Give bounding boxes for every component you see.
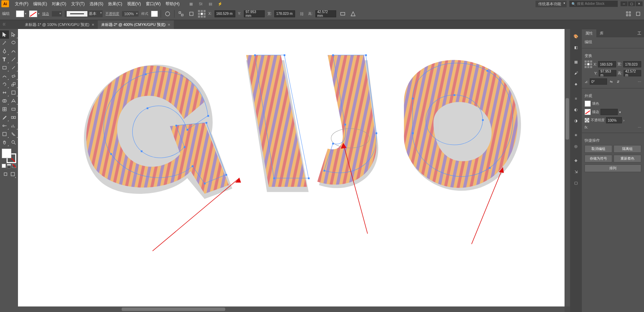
variable-width-profile[interactable]: 基本 bbox=[65, 10, 103, 17]
graphic-styles-icon[interactable]: ◎ bbox=[572, 142, 580, 150]
window-minimize[interactable]: ─ bbox=[621, 1, 627, 6]
window-close[interactable]: ✕ bbox=[636, 1, 643, 6]
more-options-icon[interactable]: ⋯ bbox=[638, 80, 641, 84]
fill-stroke-indicator[interactable] bbox=[2, 149, 16, 163]
menu-edit[interactable]: 编辑(E) bbox=[31, 1, 49, 7]
screen-mode[interactable] bbox=[9, 170, 16, 178]
scroll-thumb[interactable] bbox=[566, 98, 569, 140]
constrain-proportions-icon[interactable]: ⛓ bbox=[298, 10, 305, 18]
column-graph-tool[interactable] bbox=[9, 122, 18, 130]
perspective-grid-tool[interactable] bbox=[9, 97, 18, 105]
panel-more-icon[interactable]: 工 bbox=[635, 29, 644, 37]
hand-tool[interactable] bbox=[0, 138, 9, 146]
btn-ungroup[interactable]: 取消编组 bbox=[585, 145, 612, 153]
stroke-panel-icon[interactable]: ≡ bbox=[572, 95, 580, 102]
fill-indicator[interactable] bbox=[2, 149, 11, 158]
eraser-tool[interactable] bbox=[9, 72, 18, 80]
type-tool[interactable]: T bbox=[0, 55, 9, 64]
stroke-dropdown-icon[interactable]: ▾ bbox=[38, 12, 39, 15]
scale-tool[interactable] bbox=[9, 80, 18, 88]
bridge-icon[interactable]: ▦ bbox=[188, 1, 194, 7]
stroke-link[interactable]: 描边 bbox=[42, 11, 49, 16]
symbol-sprayer-tool[interactable] bbox=[0, 122, 9, 130]
menu-help[interactable]: 帮助(H) bbox=[163, 1, 182, 7]
width-tool[interactable] bbox=[0, 88, 9, 97]
asset-export-icon[interactable]: ⇲ bbox=[572, 168, 580, 176]
line-segment-tool[interactable] bbox=[9, 55, 18, 64]
color-panel-icon[interactable]: 🎨 bbox=[572, 32, 580, 40]
p-h-field[interactable]: 42.572 m bbox=[624, 70, 641, 76]
p-w-field[interactable]: 178.023 bbox=[623, 61, 641, 67]
opacity-field[interactable]: 100% bbox=[122, 11, 139, 17]
curvature-tool[interactable] bbox=[9, 47, 18, 55]
shaper-tool[interactable] bbox=[0, 72, 9, 80]
stroke-weight[interactable] bbox=[52, 11, 62, 17]
p-stroke-weight[interactable] bbox=[600, 109, 618, 115]
menu-object[interactable]: 对象(O) bbox=[49, 1, 68, 7]
scroll-thumb[interactable] bbox=[122, 308, 225, 311]
opacity-slider-icon[interactable]: › bbox=[623, 119, 624, 122]
gradient-mode[interactable] bbox=[7, 164, 11, 168]
brushes-panel-icon[interactable]: 🖌 bbox=[572, 69, 580, 77]
fill-swatch[interactable] bbox=[16, 10, 24, 17]
stroke-weight-dropdown-icon[interactable]: ▾ bbox=[619, 110, 621, 114]
recolor-artwork-icon[interactable] bbox=[164, 10, 171, 18]
slice-tool[interactable] bbox=[9, 130, 18, 138]
gpu-icon[interactable]: ⚡ bbox=[217, 1, 223, 7]
rotate-tool[interactable] bbox=[0, 80, 9, 88]
menu-type[interactable]: 文字(T) bbox=[69, 1, 87, 7]
menu-file[interactable]: 文件(F) bbox=[12, 1, 31, 7]
p-opacity-field[interactable]: 100% bbox=[606, 117, 622, 123]
close-tab-icon[interactable]: ✕ bbox=[168, 23, 170, 27]
fx-label[interactable]: fx. bbox=[585, 125, 588, 129]
graphic-style-swatch[interactable] bbox=[151, 11, 158, 17]
free-transform-tool[interactable] bbox=[9, 88, 18, 97]
shape-builder-tool[interactable] bbox=[0, 97, 9, 105]
p-fill-swatch[interactable] bbox=[585, 101, 591, 107]
menu-effect[interactable]: 效果(C) bbox=[106, 1, 125, 7]
blend-tool[interactable] bbox=[9, 113, 18, 122]
menu-window[interactable]: 窗口(W) bbox=[143, 1, 163, 7]
adobe-stock-search[interactable]: 🔍 搜索 Adobe Stock bbox=[569, 1, 618, 7]
h-field[interactable]: 42.572 mm bbox=[315, 10, 336, 17]
document-tab-1[interactable]: 未标题-1* @ 100% (CMYK/GPU 预览) ✕ bbox=[21, 20, 98, 29]
artboards-panel-icon[interactable]: ▢ bbox=[572, 179, 580, 187]
p-x-field[interactable]: 160.529 bbox=[598, 61, 616, 67]
gradient-panel-icon[interactable]: ◐ bbox=[572, 106, 580, 113]
x-field[interactable]: 160.529 m bbox=[215, 10, 235, 17]
style-link[interactable]: 样式 bbox=[141, 11, 148, 16]
artboard-tool[interactable] bbox=[0, 130, 9, 138]
appearance-more-icon[interactable]: ⋯ bbox=[638, 125, 641, 129]
preferences-icon[interactable] bbox=[634, 10, 642, 18]
reference-point[interactable] bbox=[198, 10, 206, 18]
transform-panel-icon[interactable] bbox=[188, 10, 195, 18]
pen-tool[interactable] bbox=[0, 47, 9, 55]
mesh-tool[interactable] bbox=[0, 105, 9, 113]
arrange-docs-icon[interactable]: ▤ bbox=[208, 1, 213, 7]
none-mode[interactable] bbox=[12, 164, 16, 168]
horizontal-scrollbar[interactable] bbox=[18, 306, 565, 312]
selection-tool[interactable] bbox=[0, 30, 9, 39]
vertical-scrollbar[interactable] bbox=[565, 29, 570, 306]
flip-v-icon[interactable]: ⇵ bbox=[615, 80, 621, 84]
workspace-selector[interactable]: 传统基本功能 bbox=[536, 1, 567, 7]
menu-view[interactable]: 视图(V) bbox=[125, 1, 143, 7]
symbols-panel-icon[interactable]: ♣ bbox=[572, 80, 580, 88]
p-rotate-field[interactable]: 0° bbox=[590, 78, 607, 85]
magic-wand-tool[interactable] bbox=[0, 39, 9, 47]
artwork[interactable] bbox=[18, 29, 565, 306]
appearance-panel-icon[interactable]: ☀ bbox=[572, 131, 580, 139]
canvas-area[interactable] bbox=[18, 29, 570, 312]
close-tab-icon[interactable]: ✕ bbox=[92, 23, 94, 27]
draw-mode[interactable] bbox=[2, 170, 9, 178]
y-field[interactable]: 97.953 mm bbox=[244, 10, 265, 17]
stock-icon[interactable]: St bbox=[198, 1, 203, 7]
shape-icon-2[interactable] bbox=[349, 10, 357, 18]
stroke-swatch[interactable] bbox=[29, 10, 37, 17]
gradient-tool[interactable] bbox=[9, 105, 18, 113]
opacity-link[interactable]: 不透明度 bbox=[105, 11, 119, 16]
w-field[interactable]: 178.023 m bbox=[274, 10, 295, 17]
btn-isolate-group[interactable]: 隔离组 bbox=[614, 145, 641, 153]
tab-properties[interactable]: 属性 bbox=[582, 29, 596, 37]
tabs-toggle[interactable]: ⟨⟨ bbox=[2, 21, 6, 28]
